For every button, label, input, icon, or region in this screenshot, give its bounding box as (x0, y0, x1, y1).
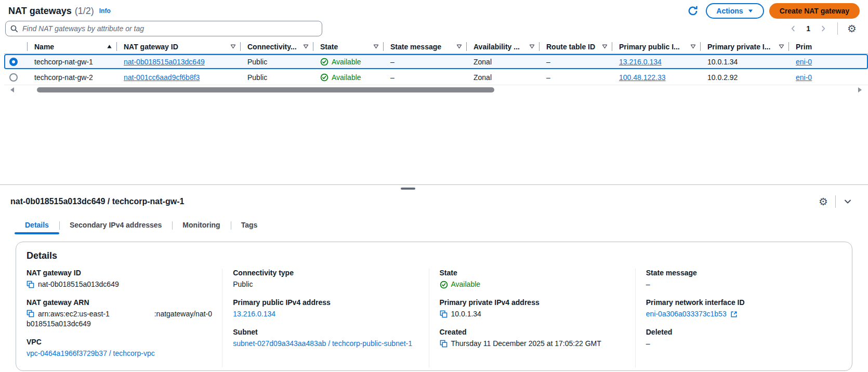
details-heading: Details (27, 250, 841, 261)
nat-gateway-id-link[interactable]: nat-001cc6aad9cf6b8f3 (124, 73, 200, 82)
cell-primary-private-ip: 10.0.2.92 (700, 73, 788, 82)
primary-public-ip-link[interactable]: 100.48.122.33 (619, 73, 666, 82)
collapse-panel-button[interactable] (840, 194, 856, 209)
column-header-nat-gateway-id[interactable]: NAT gateway ID (116, 39, 240, 54)
actions-button[interactable]: Actions (706, 3, 764, 19)
field-value: nat-0b018515a013dc649 (38, 280, 119, 289)
column-header-route-table-id[interactable]: Route table ID (539, 39, 612, 54)
state-available: Available (320, 58, 361, 66)
search-input[interactable] (5, 21, 322, 36)
column-header-primary-public-ip[interactable]: Primary public I... (612, 39, 700, 54)
column-header-connectivity[interactable]: Connectivity... (240, 39, 313, 54)
sort-icon[interactable] (529, 44, 535, 49)
cell-name: techcorp-nat-gw-1 (27, 58, 116, 66)
create-nat-gateway-button[interactable]: Create NAT gateway (769, 3, 860, 19)
cell-route-table-id: – (539, 58, 612, 66)
sort-icon[interactable] (303, 44, 309, 49)
pagination-divider (837, 22, 838, 35)
sort-icon[interactable] (779, 44, 784, 49)
state-available: Available (440, 280, 481, 289)
next-page-button[interactable] (816, 21, 831, 36)
primary-eni-link[interactable]: eni-0 (796, 73, 812, 82)
panel-actions-divider (835, 195, 836, 208)
tab-details[interactable]: Details (15, 218, 59, 234)
refresh-button[interactable] (685, 3, 701, 19)
nat-gateways-table: Name NAT gateway ID Connectivity... Stat… (4, 39, 868, 93)
column-header-primary-private-ip[interactable]: Primary private I... (700, 39, 788, 54)
sort-icon[interactable] (690, 44, 696, 49)
sort-icon[interactable] (230, 44, 236, 49)
sort-icon[interactable] (373, 44, 379, 49)
tab-monitoring[interactable]: Monitoring (172, 218, 230, 234)
current-page-number[interactable]: 1 (803, 24, 813, 33)
sort-ascending-icon[interactable] (107, 44, 112, 49)
column-header-primary-eni[interactable]: Prim (788, 39, 866, 54)
row-radio-selected[interactable] (9, 58, 18, 66)
split-panel-drag-handle[interactable] (401, 188, 415, 190)
page-header: NAT gateways (1/2) Info Actions Create N… (0, 0, 868, 36)
gear-icon: ⚙ (847, 23, 857, 34)
copy-icon[interactable] (440, 340, 448, 348)
field-label: Deleted (646, 328, 833, 336)
primary-public-ip-link[interactable]: 13.216.0.134 (233, 309, 275, 319)
copy-icon[interactable] (27, 310, 34, 317)
scroll-left-icon[interactable] (10, 87, 14, 92)
details-column-1: NAT gateway ID nat-0b018515a013dc649 NAT… (27, 269, 222, 367)
previous-page-button[interactable] (785, 21, 801, 36)
field-label: Primary network interface ID (646, 298, 833, 307)
details-column-4: State message – Primary network interfac… (635, 269, 841, 367)
primary-public-ip-link[interactable]: 13.216.0.134 (619, 58, 662, 66)
vpc-link[interactable]: vpc-0464a1966f3729b37 / techcorp-vpc (27, 349, 155, 358)
field-nat-gateway-arn: NAT gateway ARN arn:aws:ec2:us-east-1:na… (27, 298, 214, 329)
column-label: Name (34, 43, 54, 51)
scrollbar-track[interactable] (19, 87, 853, 93)
cell-name: techcorp-nat-gw-2 (27, 73, 116, 82)
column-label: Availability ... (474, 43, 520, 51)
column-label: NAT gateway ID (124, 43, 178, 51)
sort-icon[interactable] (602, 44, 608, 49)
field-value: – (646, 280, 650, 289)
primary-eni-link[interactable]: eni-0a306a033373c1b53 (646, 309, 727, 319)
field-state: State Available (440, 269, 627, 289)
field-primary-private-ip: Primary private IPv4 address 10.0.1.34 (440, 298, 627, 319)
panel-preferences-button[interactable]: ⚙ (816, 194, 831, 209)
status-available-icon (320, 58, 328, 66)
scrollbar-thumb[interactable] (37, 87, 494, 92)
table-row[interactable]: techcorp-nat-gw-1 nat-0b018515a013dc649 … (4, 54, 868, 70)
info-link[interactable]: Info (99, 7, 111, 15)
cell-state-message: – (383, 73, 466, 82)
caret-down-icon (747, 8, 754, 14)
primary-eni-link[interactable]: eni-0 (796, 58, 812, 66)
table-row[interactable]: techcorp-nat-gw-2 nat-001cc6aad9cf6b8f3 … (4, 70, 868, 85)
subnet-link[interactable]: subnet-027d09a343aa483ab / techcorp-publ… (233, 339, 412, 349)
copy-icon[interactable] (440, 310, 448, 318)
column-header-state-message[interactable]: State message (383, 39, 466, 54)
nat-gateways-page: { "page": { "title": "NAT gateways", "co… (0, 0, 868, 372)
scroll-right-icon[interactable] (858, 87, 862, 92)
search-box (5, 21, 322, 36)
column-label: Connectivity... (247, 43, 297, 51)
field-primary-public-ip: Primary public IPv4 address 13.216.0.134 (233, 298, 420, 319)
details-card: Details NAT gateway ID nat-0b018515a013d… (16, 242, 852, 371)
tab-secondary-ipv4-addresses[interactable]: Secondary IPv4 addresses (59, 218, 172, 234)
field-value: 10.0.1.34 (451, 309, 481, 319)
table-header-row: Name NAT gateway ID Connectivity... Stat… (4, 39, 868, 54)
cell-connectivity: Public (240, 73, 313, 82)
sort-icon[interactable] (456, 44, 462, 49)
column-header-name[interactable]: Name (27, 39, 116, 54)
column-header-state[interactable]: State (313, 39, 383, 54)
field-label: NAT gateway ID (27, 269, 214, 277)
resource-counter: (1/2) (75, 6, 94, 17)
page-title: NAT gateways (8, 6, 72, 17)
column-header-availability[interactable]: Availability ... (466, 39, 539, 54)
detail-panel-title: nat-0b018515a013dc649 / techcorp-nat-gw-… (10, 197, 184, 206)
cell-state-message: – (383, 58, 466, 66)
table-preferences-button[interactable]: ⚙ (844, 21, 860, 36)
nat-gateway-id-link[interactable]: nat-0b018515a013dc649 (124, 58, 205, 66)
copy-icon[interactable] (27, 281, 34, 288)
actions-button-label: Actions (716, 7, 743, 15)
tab-tags[interactable]: Tags (231, 218, 268, 234)
row-radio-unselected[interactable] (9, 73, 18, 82)
field-label: Created (440, 328, 627, 336)
cell-availability: Zonal (466, 73, 539, 82)
